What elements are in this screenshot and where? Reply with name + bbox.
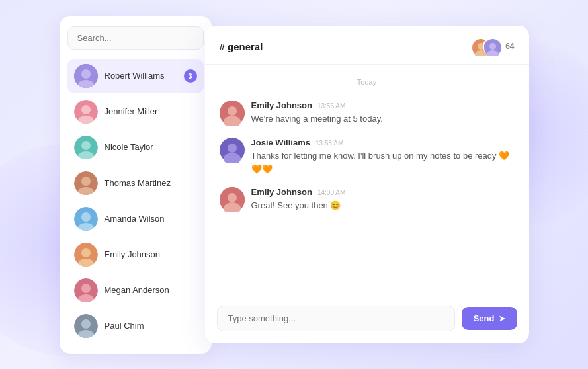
message-row: Emily Johnson 13:56 AM We're having a me…	[220, 101, 515, 126]
avatar	[74, 136, 98, 159]
svg-point-22	[81, 319, 91, 329]
message-row: Emily Johnson 14:00 AM Great! See you th…	[220, 187, 515, 212]
search-input[interactable]	[67, 26, 204, 50]
list-item[interactable]: Thomas Martinez	[67, 166, 204, 200]
message-sender: Emily Johnson	[251, 187, 312, 197]
svg-point-13	[81, 212, 91, 222]
member-count: 64	[505, 42, 514, 51]
chat-header: # general	[205, 26, 529, 65]
list-item[interactable]: Megan Anderson	[67, 273, 204, 308]
message-avatar	[220, 187, 245, 212]
avatar	[74, 243, 98, 266]
header-right: 64	[471, 38, 514, 55]
message-sender: Emily Johnson	[251, 101, 312, 110]
list-item[interactable]: Amanda Wilson	[67, 202, 204, 236]
chat-messages: Today Emily Johnson 13:56 AM We're havin…	[205, 65, 529, 296]
contact-name: Thomas Martinez	[105, 178, 197, 188]
svg-point-37	[228, 193, 237, 202]
list-item[interactable]: Robert Williams 3	[67, 59, 204, 93]
send-icon: ➤	[499, 314, 505, 323]
contact-name: Nicole Taylor	[105, 142, 197, 152]
svg-point-10	[81, 177, 91, 186]
message-time: 13:58 AM	[315, 140, 343, 147]
chat-panel: # general	[205, 26, 529, 343]
member-avatar	[483, 38, 500, 55]
message-content: Emily Johnson 14:00 AM Great! See you th…	[251, 187, 346, 212]
list-item[interactable]: Paul Chim	[67, 309, 204, 343]
message-text: Great! See you then 😊	[251, 199, 346, 212]
app-container: Robert Williams 3 Jennifer Miller	[60, 16, 529, 354]
svg-point-34	[228, 144, 237, 153]
message-text: We're having a meeting at 5 today.	[251, 112, 383, 126]
list-item[interactable]: Jennifer Miller	[67, 95, 204, 129]
message-sender: Josie Williams	[251, 138, 310, 147]
message-header: Emily Johnson 14:00 AM	[251, 187, 346, 197]
contact-name: Megan Anderson	[105, 285, 197, 295]
contact-name: Robert Williams	[105, 71, 177, 81]
svg-point-28	[489, 43, 496, 50]
message-time: 13:56 AM	[317, 102, 345, 110]
svg-point-31	[228, 106, 237, 116]
contact-name: Paul Chim	[105, 321, 197, 331]
avatar	[74, 207, 98, 231]
avatar	[74, 100, 98, 124]
list-item[interactable]: Nicole Taylor	[67, 130, 204, 165]
send-label: Send	[474, 313, 495, 323]
sidebar: Robert Williams 3 Jennifer Miller	[60, 16, 212, 354]
message-header: Emily Johnson 13:56 AM	[251, 101, 383, 110]
svg-point-16	[81, 248, 91, 257]
contact-name: Emily Johnson	[105, 249, 197, 259]
contact-name: Jennifer Miller	[105, 106, 197, 116]
avatar	[74, 64, 98, 88]
list-item[interactable]: Emily Johnson	[67, 237, 204, 272]
channel-name: # general	[220, 41, 263, 52]
message-content: Josie Williams 13:58 AM Thanks for letti…	[251, 138, 515, 175]
message-avatar	[220, 101, 245, 126]
message-text: Thanks for letting me know. I'll brush u…	[251, 149, 515, 175]
svg-point-1	[81, 69, 91, 79]
chat-input-area: Send ➤	[205, 296, 529, 343]
message-row: Josie Williams 13:58 AM Thanks for letti…	[220, 138, 515, 175]
contact-list: Robert Williams 3 Jennifer Miller	[67, 59, 204, 343]
message-input[interactable]	[217, 306, 455, 331]
contact-name: Amanda Wilson	[105, 214, 197, 224]
svg-point-7	[81, 141, 91, 150]
message-content: Emily Johnson 13:56 AM We're having a me…	[251, 101, 383, 126]
svg-point-19	[81, 284, 91, 293]
send-button[interactable]: Send ➤	[462, 307, 517, 330]
message-time: 14:00 AM	[317, 189, 345, 196]
avatar	[74, 314, 98, 338]
date-divider: Today	[220, 78, 515, 86]
member-avatars	[471, 38, 500, 55]
message-avatar	[220, 138, 245, 163]
avatar	[74, 171, 98, 195]
avatar	[74, 278, 98, 302]
message-header: Josie Williams 13:58 AM	[251, 138, 515, 147]
unread-badge: 3	[184, 69, 197, 83]
svg-point-4	[81, 105, 91, 114]
